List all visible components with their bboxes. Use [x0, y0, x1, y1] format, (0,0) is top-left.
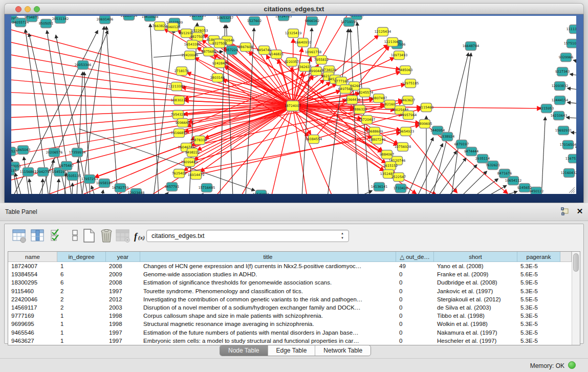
node[interactable]: 19871295 [189, 16, 206, 20]
edge[interactable] [29, 179, 32, 194]
table-chooser-dropdown[interactable]: citations_edges.txt ▲▼ [146, 230, 349, 242]
table-cell[interactable]: 18300295 [8, 278, 57, 287]
node[interactable]: 17016504 [560, 141, 576, 149]
table-cell[interactable]: 49 [396, 262, 434, 270]
table-cell[interactable]: Yano et al. (2008) [434, 262, 517, 270]
memory-ok-indicator[interactable] [568, 361, 576, 369]
node[interactable]: 8813034 [350, 16, 364, 20]
table-row[interactable]: 2242004622012Investigating the contribut… [8, 295, 572, 303]
table-cell[interactable]: 2008 [106, 278, 140, 287]
table-cell[interactable]: 1997 [106, 287, 140, 295]
selected-node[interactable]: 7954321 [171, 111, 185, 119]
table-cell[interactable]: Estimation of the future numbers of pati… [140, 329, 396, 337]
hub-node[interactable]: 18724007 [285, 101, 301, 111]
selected-node[interactable]: 82160 [385, 100, 396, 109]
table-cell[interactable]: 1 [57, 329, 106, 337]
selected-node[interactable]: 7625402 [172, 169, 186, 178]
table-row[interactable]: 946362711997Embryonic stem cells: a mode… [8, 337, 572, 345]
table-cell[interactable]: 1998 [106, 312, 140, 320]
node[interactable]: 9457791 [165, 183, 179, 191]
node[interactable]: 12160432 [561, 169, 576, 178]
table-cell[interactable]: 18724007 [8, 262, 57, 270]
node[interactable]: 11113044 [567, 25, 576, 34]
selected-node[interactable]: 10830221 [171, 96, 188, 105]
edge[interactable] [571, 133, 576, 134]
table-cell[interactable]: Wolkin et al. (1998) [434, 320, 517, 328]
edge[interactable] [427, 151, 456, 194]
table-cell[interactable]: 0 [396, 287, 434, 295]
node[interactable]: 9329966 [559, 53, 573, 62]
selected-node[interactable]: 2522547 [391, 173, 406, 182]
table-cell[interactable]: 0 [396, 337, 434, 345]
table-cell[interactable]: 1 [57, 320, 106, 328]
table-vertical-scrollbar[interactable] [572, 252, 580, 345]
selected-node[interactable]: 9327508 [212, 39, 227, 48]
selected-node[interactable]: 10756928 [395, 143, 411, 151]
trash-icon[interactable] [99, 228, 114, 244]
function-builder-icon[interactable]: f (x) [133, 228, 148, 244]
edge[interactable] [574, 60, 576, 63]
node[interactable]: 8215953 [539, 104, 554, 113]
table-cell[interactable]: Dudbridge et al. (2008) [434, 278, 517, 287]
table-cell[interactable]: 5.5E-5 [517, 295, 560, 303]
table-row[interactable]: 946554611997Estimation of the future num… [8, 329, 572, 337]
selected-node[interactable]: 9899695 [418, 120, 432, 128]
table-cell[interactable]: Estimation of significance thresholds fo… [140, 278, 396, 287]
table-cell[interactable]: Corpus callosum shape and size in male p… [140, 312, 396, 320]
table-cell[interactable]: 0 [396, 320, 434, 328]
table-cell[interactable]: 1997 [106, 337, 140, 345]
selected-node[interactable]: 8960128 [166, 23, 180, 32]
column-header-name[interactable]: name [8, 252, 57, 262]
node[interactable]: 17359934 [69, 148, 86, 157]
edge[interactable] [72, 183, 73, 194]
table-cell[interactable]: 5.3E-5 [517, 262, 560, 270]
table-cell[interactable]: 1997 [106, 329, 140, 337]
selected-node[interactable]: 5875685 [202, 48, 216, 56]
table-cell[interactable]: 5.3E-5 [517, 303, 560, 312]
node[interactable]: 15751074 [564, 39, 576, 48]
node[interactable]: 10653257 [217, 16, 234, 23]
node[interactable]: 12444154 [552, 96, 569, 105]
table-cell[interactable]: 5.3E-5 [517, 320, 560, 328]
node[interactable]: 1527602 [247, 17, 262, 26]
node[interactable]: 12093832 [552, 82, 569, 91]
node[interactable]: 20531342 [52, 16, 69, 24]
edge[interactable] [451, 53, 471, 194]
selected-node[interactable]: 6497568 [338, 85, 353, 94]
table-cell[interactable]: 2 [57, 287, 106, 295]
node[interactable]: 9975487 [59, 162, 74, 170]
window-titlebar[interactable]: citations_edges.txt [4, 3, 584, 14]
table-cell[interactable]: 5.6E-5 [517, 270, 560, 278]
edge[interactable] [42, 179, 43, 194]
edge[interactable] [358, 191, 372, 194]
table-cell[interactable]: 1998 [106, 320, 140, 328]
float-panel-icon[interactable] [561, 207, 570, 216]
table-row[interactable]: 1456911722003Disruption of a novel membe… [8, 303, 572, 312]
table-cell[interactable]: Investigating the contribution of common… [140, 295, 396, 303]
table-cell[interactable]: 0 [396, 295, 434, 303]
table-cell[interactable]: Franke et al. (2009) [434, 270, 517, 278]
node[interactable]: 11675334 [565, 155, 576, 163]
table-cell[interactable]: 9115460 [8, 287, 57, 295]
table-cell[interactable]: 1 [57, 262, 106, 270]
node[interactable]: 22865734 [121, 16, 138, 20]
node[interactable]: 15692931 [555, 126, 572, 135]
table-row[interactable]: 1872400712008Changes of HCN gene express… [8, 262, 572, 270]
tab-network-table[interactable]: Network Table [315, 345, 371, 356]
node[interactable]: 16542091 [253, 190, 270, 194]
selected-node[interactable]: 9242848 [212, 59, 227, 68]
edge[interactable] [499, 191, 517, 194]
selected-node[interactable]: 9146821 [269, 50, 284, 59]
node[interactable]: 19410928 [142, 16, 159, 21]
table-cell[interactable]: 6 [57, 270, 106, 278]
selected-node[interactable]: 2803144 [210, 74, 225, 82]
table-cell[interactable]: 9463627 [8, 337, 57, 345]
node[interactable]: 9245652 [517, 184, 532, 192]
citation-graph[interactable]: 8610994240557249794871850505120531342206… [11, 16, 576, 194]
table-cell[interactable]: de Silva et al. (2003) [434, 303, 517, 312]
node[interactable]: 14136141 [371, 183, 388, 191]
table-cell[interactable]: 2 [57, 303, 106, 312]
table-cell[interactable]: 0 [396, 312, 434, 320]
table-row[interactable]: 1938455462009Genome-wide association stu… [8, 270, 572, 278]
table-cell[interactable]: 2 [57, 295, 106, 303]
